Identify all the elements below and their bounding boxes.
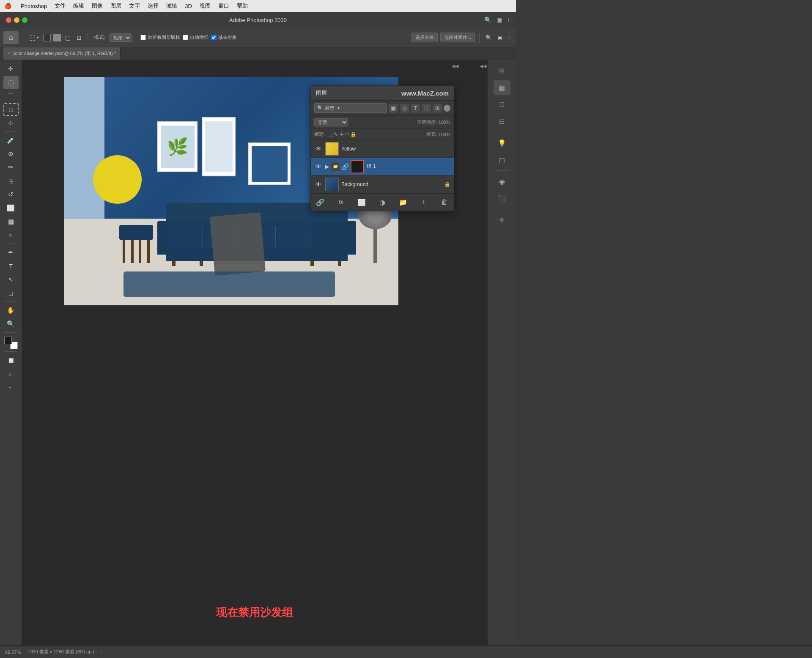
crop-tool[interactable]: ⊹ [3,117,19,129]
layer-adj-button[interactable]: ◑ [376,196,388,208]
layer-mask-button[interactable]: ⬜ [356,196,368,208]
dimensions-arrow[interactable]: › [101,650,102,655]
checkbox-all-layers[interactable]: 对所有图层取样 [140,34,180,41]
mode-select[interactable]: 矩形 [110,33,132,42]
layer-group1[interactable]: 👁 ▶ 📁 🔗 组 1 [311,158,454,175]
selection-marquee-tool[interactable]: ⬚ [3,76,19,89]
frame-panel-icon[interactable]: ▢ [494,153,510,167]
tab-close-icon[interactable]: × [8,51,10,56]
shape-tool[interactable]: □ [3,287,19,299]
filter-dropdown-icon[interactable]: ▾ [337,106,340,110]
gradient-tool[interactable]: ▦ [3,215,19,228]
eraser-tool[interactable]: ⬜ [3,202,19,214]
auto-enhance-input[interactable] [183,35,188,40]
selection-dropdown[interactable]: ▾ [37,35,39,40]
menu-select[interactable]: 选择 [148,2,159,10]
menu-window[interactable]: 窗口 [218,2,229,10]
layer-bg-visibility[interactable]: 👁 [314,180,323,189]
screen-mode[interactable]: □ [3,367,19,380]
subtract-obj-input[interactable] [211,35,217,40]
lock-move-icon[interactable]: ✛ [340,132,344,137]
maximize-button[interactable] [22,17,27,23]
search-icon-toolbar[interactable]: 🔍 [484,34,494,41]
select-mask-button[interactable]: 选择并遮住... [440,33,475,42]
menu-3d[interactable]: 3D [185,3,192,9]
menu-help[interactable]: 帮助 [237,2,248,10]
filter-toggle-icon[interactable] [444,105,450,112]
menu-image[interactable]: 图像 [92,2,103,10]
light-panel-icon[interactable]: 💡 [494,136,510,150]
menu-file[interactable]: 文件 [55,2,66,10]
checkbox-subtract-obj[interactable]: 减去对象 [211,34,237,41]
fill-value[interactable]: 100% [439,132,450,137]
minimize-button[interactable] [14,17,19,23]
layers-search-box[interactable]: 🔍 类型 ▾ [314,103,387,113]
all-layers-input[interactable] [140,35,146,40]
share-icon[interactable]: ↑ [507,16,510,23]
paths-panel-icon[interactable]: ⊟ [494,114,510,129]
layout-icon[interactable]: ▣ [497,16,502,23]
home-button[interactable]: ⌂ [3,31,19,44]
smartobj-filter-icon[interactable]: ⊞ [433,104,442,113]
layer-group-button[interactable]: 📁 [397,196,409,208]
properties-panel-icon[interactable]: ⊞ [494,63,510,78]
foreground-color-swatch[interactable] [4,337,12,344]
subtract-icon[interactable]: ⊟ [75,33,83,42]
menu-photoshop[interactable]: Photoshop [21,3,47,9]
layer-fx-button[interactable]: fx [335,196,347,208]
menu-edit[interactable]: 编辑 [73,2,84,10]
lock-artboard-icon[interactable]: □ [346,132,348,137]
text-filter-icon[interactable]: T [411,104,420,113]
view-mode-icon[interactable]: ▣ [496,34,504,41]
zoom-level[interactable]: 66.67% [5,650,21,655]
menu-text[interactable]: 文字 [129,2,140,10]
close-button[interactable] [6,17,11,23]
panel-collapse-arrow[interactable]: ◀◀ [452,63,458,69]
group-expand-icon[interactable]: ▶ [325,164,329,170]
layer-background[interactable]: 👁 Background 🔒 [311,175,454,193]
layer-delete-button[interactable]: 🗑 [439,196,450,208]
eyedropper-tool[interactable]: 💉 [3,134,19,147]
quick-select-tool[interactable]: ⬚ [3,103,19,116]
opacity-value[interactable]: 100% [439,120,450,125]
document-tab[interactable]: × color-change-starter.psd @ 66.7% (组 1,… [3,47,121,60]
checkbox-auto-enhance[interactable]: 自动增强 [183,34,208,41]
adjustment-filter-icon[interactable]: ◎ [400,104,409,113]
foreground-swatch[interactable] [43,34,51,41]
lock-all-icon[interactable]: 🔒 [350,132,357,137]
text-tool[interactable]: T [3,260,19,272]
blend-mode-select[interactable]: 穿透 [314,118,348,126]
history-brush[interactable]: ↺ [3,188,19,201]
layer-link-button[interactable]: 🔗 [314,196,326,208]
pixel-filter-icon[interactable]: ▣ [389,104,398,113]
layer-group1-visibility[interactable]: 👁 [314,162,323,171]
color-panel-icon[interactable]: ◉ [494,174,510,189]
export-icon[interactable]: ↑ [507,34,513,41]
quickmask-tool[interactable]: ⬜ [3,354,19,367]
move-tool[interactable]: ✛ [3,63,19,75]
path-select-tool[interactable]: ↖ [3,273,19,286]
layer-new-button[interactable]: + [418,196,430,208]
lasso-tool[interactable]: ⌒ [3,90,19,102]
selection-tool[interactable]: ⬚ ▾ [27,33,41,42]
lock-pixels-icon[interactable]: ⬚ [327,132,332,137]
healing-tool[interactable]: ⊕ [3,148,19,160]
dodge-tool[interactable]: ○ [3,229,19,241]
menu-layer[interactable]: 图层 [110,2,121,10]
swatches-panel-icon[interactable]: ⬛ [494,191,510,206]
pen-tool[interactable]: ✒ [3,246,19,259]
shape-filter-icon[interactable]: □ [422,104,431,113]
layer-yellow-visibility[interactable]: 👁 [314,145,323,153]
frame-icon[interactable]: ▢ [63,33,72,42]
menu-view[interactable]: 视图 [200,2,211,10]
more-tools[interactable]: ··· [3,381,19,394]
search-icon[interactable]: 🔍 [484,16,491,23]
hand-tool[interactable]: ✋ [3,304,19,317]
select-subject-button[interactable]: 选择主体 [411,33,438,42]
channels-panel-icon[interactable]: □ [494,97,510,112]
layer-yellow[interactable]: 👁 Yellow [311,140,454,158]
zoom-tool[interactable]: 🔍 [3,318,19,330]
brush-tool[interactable]: ✏ [3,161,19,174]
menu-filter[interactable]: 滤镜 [166,2,177,10]
lock-position-icon[interactable]: ✎ [334,132,338,137]
